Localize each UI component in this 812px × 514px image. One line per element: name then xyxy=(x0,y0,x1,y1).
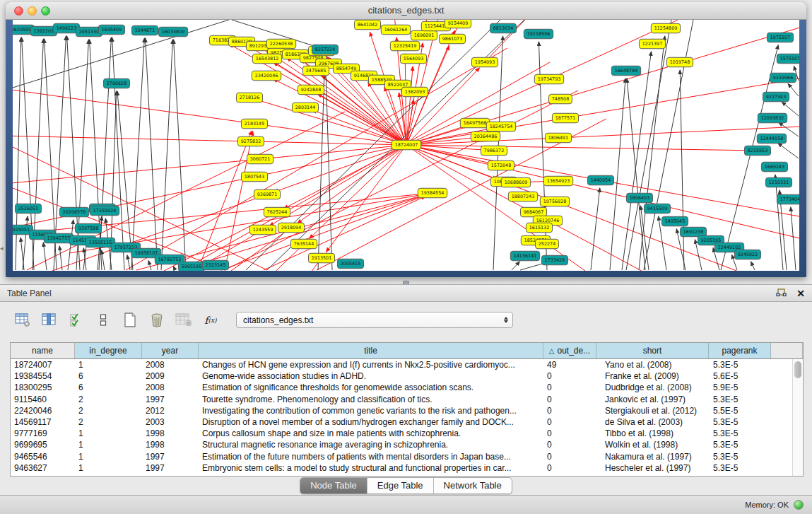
tab-node-table[interactable]: Node Table xyxy=(300,478,367,493)
cell-year[interactable]: 1997 xyxy=(142,395,199,404)
graph-node-selected[interactable]: 1243559 xyxy=(249,225,276,235)
graph-node-selected[interactable]: 1807543 xyxy=(241,172,267,182)
edge[interactable] xyxy=(127,255,130,270)
graph-node-selected[interactable]: 18245754 xyxy=(486,122,515,132)
graph-node-selected[interactable]: 8641042 xyxy=(354,20,380,30)
graph-node-selected[interactable]: 19734793 xyxy=(534,74,563,84)
graph-node-selected[interactable]: 7635144 xyxy=(290,239,317,249)
cell-name[interactable]: 22420046 xyxy=(11,406,75,416)
graph-node-selected[interactable]: 10688609 xyxy=(501,177,530,187)
graph-node-selected[interactable]: 748508 xyxy=(549,94,572,104)
edge[interactable] xyxy=(59,246,62,270)
graph-node-selected[interactable]: 1913501 xyxy=(308,253,334,263)
graph-node-selected[interactable]: 16543812 xyxy=(252,54,281,64)
graph-node[interactable]: 5905195 xyxy=(178,262,204,271)
cell-pagerank[interactable]: 5.6E-5 xyxy=(709,371,771,381)
graph-node[interactable]: 1733426 xyxy=(541,255,567,265)
function-builder-icon[interactable]: f(x) xyxy=(202,313,219,327)
graph-node[interactable]: 19218506 xyxy=(524,29,553,39)
cell-in_degree[interactable]: 1 xyxy=(75,463,142,473)
graph-node[interactable]: 15751074 xyxy=(777,54,799,64)
graph-node[interactable]: 1210331 xyxy=(765,177,792,187)
cell-out_degree[interactable]: 0 xyxy=(543,428,596,438)
graph-node-selected[interactable]: 1877571 xyxy=(552,113,578,123)
graph-node-selected[interactable]: 18724007 xyxy=(392,140,420,150)
graph-node-selected[interactable]: 9154409 xyxy=(445,20,471,28)
cell-pagerank[interactable]: 5.9E-5 xyxy=(709,382,771,392)
selected-edge[interactable] xyxy=(318,94,406,145)
cell-short[interactable]: Wolkin et al. (1998) xyxy=(596,440,709,450)
edge[interactable] xyxy=(325,57,332,270)
table-row[interactable]: 911546021997Tourette syndrome. Phenomeno… xyxy=(11,394,803,405)
table-row[interactable]: 946362711997Embryonic stem cells: a mode… xyxy=(11,462,803,474)
column-header-out_degree[interactable]: △out_de... xyxy=(543,343,596,358)
edge[interactable] xyxy=(751,262,755,270)
cell-name[interactable]: 18724007 xyxy=(11,360,75,370)
edge[interactable] xyxy=(16,37,21,270)
cell-out_degree[interactable]: 0 xyxy=(543,382,596,392)
close-panel-icon[interactable]: ✕ xyxy=(796,288,805,298)
cell-short[interactable]: Hescheler et al. (1997) xyxy=(596,463,709,473)
cell-name[interactable]: 9115460 xyxy=(11,395,75,404)
graph-node-selected[interactable]: 12325419 xyxy=(390,41,419,51)
selected-edge[interactable] xyxy=(284,145,406,209)
cell-in_degree[interactable]: 2 xyxy=(75,406,142,416)
graph-node-selected[interactable]: 7986372 xyxy=(481,146,507,156)
cell-year[interactable]: 2012 xyxy=(142,406,199,416)
cell-short[interactable]: de Silva et al. (2003) xyxy=(596,417,709,427)
cell-in_degree[interactable]: 6 xyxy=(75,371,142,381)
cell-out_degree[interactable]: 0 xyxy=(543,371,596,381)
graph-node-selected[interactable]: 2918094 xyxy=(278,223,304,233)
cell-name[interactable]: 18300295 xyxy=(11,382,75,392)
cell-short[interactable]: Nakamura et al. (1997) xyxy=(596,452,709,462)
graph-node-selected[interactable]: 3060721 xyxy=(247,154,273,164)
cell-in_degree[interactable]: 6 xyxy=(75,382,142,392)
new-document-icon[interactable] xyxy=(122,313,139,327)
select-columns-icon[interactable] xyxy=(41,313,58,327)
selected-edge[interactable] xyxy=(310,145,406,238)
cell-pagerank[interactable]: 5.3E-5 xyxy=(709,360,771,370)
cell-short[interactable]: Franke et al. (2009) xyxy=(596,371,709,381)
graph-node-selected[interactable]: 1954093 xyxy=(471,57,498,67)
table-row[interactable]: 1456911722003Disruption of a novel membe… xyxy=(11,416,803,428)
cell-year[interactable]: 2009 xyxy=(142,371,199,381)
cell-short[interactable]: Jankovic et al. (1997) xyxy=(596,395,709,404)
graph-node-selected[interactable]: 19384554 xyxy=(418,188,447,198)
graph-node[interactable]: 1773404 xyxy=(777,194,799,204)
cell-pagerank[interactable]: 5.5E-5 xyxy=(709,406,771,416)
cell-name[interactable]: 9699695 xyxy=(11,440,75,450)
selected-edge[interactable] xyxy=(126,48,507,270)
cell-year[interactable]: 1998 xyxy=(142,440,199,450)
window-titlebar[interactable]: citations_edges.txt xyxy=(6,2,806,20)
table-row[interactable]: 1872400712008Changes of HCN gene express… xyxy=(11,359,803,370)
graph-node[interactable]: 13505115 xyxy=(86,238,114,247)
cell-pagerank[interactable]: 5.3E-5 xyxy=(709,428,771,438)
cell-year[interactable]: 2008 xyxy=(142,382,199,392)
graph-node[interactable]: 14136141 xyxy=(510,251,539,261)
cell-title[interactable]: Changes of HCN gene expression and I(f) … xyxy=(199,360,543,370)
cell-pagerank[interactable]: 5.3E-5 xyxy=(709,417,771,427)
graph-node[interactable]: 9415509 xyxy=(644,204,670,214)
cell-out_degree[interactable]: 0 xyxy=(543,395,596,404)
column-header-in_degree[interactable]: in_degree xyxy=(75,343,142,358)
graph-node[interactable]: 1669243 xyxy=(761,162,787,172)
table-row[interactable]: 969969511998Structural magnetic resonanc… xyxy=(11,439,803,450)
graph-node-selected[interactable]: 1806491 xyxy=(545,133,571,143)
graph-node-selected[interactable]: 13654923 xyxy=(543,176,572,186)
cell-out_degree[interactable]: 49 xyxy=(543,360,596,370)
edge[interactable] xyxy=(627,78,645,270)
cell-title[interactable]: Embryonic stem cells: a model to study s… xyxy=(199,463,543,473)
cell-in_degree[interactable]: 1 xyxy=(75,440,142,450)
edge[interactable] xyxy=(622,52,652,270)
edge[interactable] xyxy=(791,207,796,270)
edge[interactable] xyxy=(20,238,24,270)
cell-in_degree[interactable]: 2 xyxy=(75,395,142,404)
column-header-pagerank[interactable]: pagerank xyxy=(709,343,771,358)
cell-year[interactable]: 2003 xyxy=(142,417,199,427)
cell-pagerank[interactable]: 5.3E-5 xyxy=(709,395,771,404)
graph-node-selected[interactable]: 9369871 xyxy=(254,189,280,199)
graph-node-selected[interactable]: 2718126 xyxy=(236,93,262,103)
edge[interactable] xyxy=(775,175,783,270)
cell-title[interactable]: Disruption of a novel member of a sodium… xyxy=(199,417,543,427)
graph-node[interactable]: 16033809 xyxy=(158,27,187,37)
